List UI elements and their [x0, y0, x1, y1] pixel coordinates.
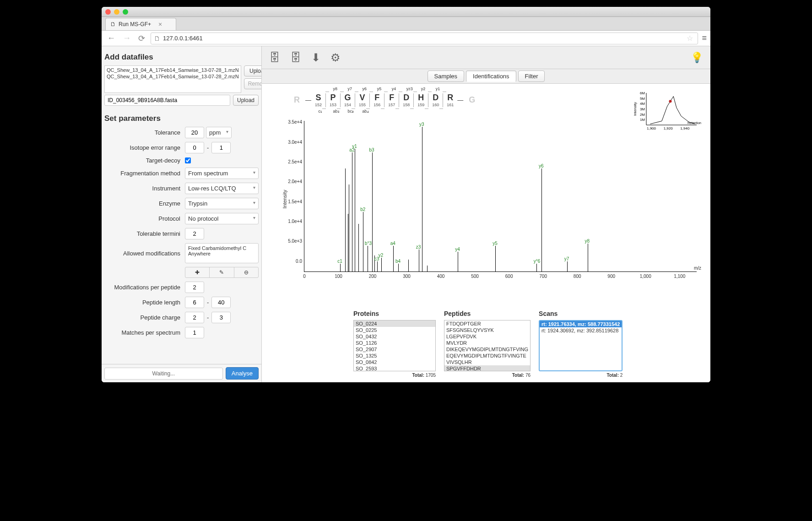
x-axis-label: m/z: [694, 266, 701, 271]
list-item[interactable]: SPGVFFDHDR: [444, 365, 530, 371]
fasta-input[interactable]: [104, 95, 230, 106]
add-datafiles-heading: Add datafiles: [104, 53, 259, 62]
peptide-length-max-input[interactable]: [211, 297, 231, 308]
peptide-length-min-input[interactable]: [185, 297, 204, 308]
browser-menu-icon[interactable]: ≡: [702, 33, 707, 43]
peak-label: y8: [585, 239, 590, 244]
page-icon: 🗋: [110, 21, 116, 27]
results-tabs: Samples Identifications Filter: [262, 69, 710, 84]
settings-icon[interactable]: ⚙: [330, 51, 341, 64]
isotope-label: Isotope error range: [104, 144, 185, 151]
page-icon: 🗋: [154, 35, 160, 42]
spectrum-peak: [427, 266, 428, 271]
fragmentation-select[interactable]: From spectrum: [185, 168, 259, 179]
upload-raw-button[interactable]: Upload: [244, 65, 261, 76]
list-item[interactable]: SO_0432: [354, 333, 435, 340]
maximize-window-icon[interactable]: [123, 9, 128, 15]
remove-mod-button[interactable]: ⊖: [234, 267, 258, 277]
residue: F156y5: [371, 93, 383, 107]
protocol-select[interactable]: No protocol: [185, 213, 259, 224]
file-item[interactable]: QC_Shew_13_04_A_17Feb14_Samwise_13-07-28…: [106, 73, 240, 80]
browser-tab[interactable]: 🗋 Run MS-GF+ ×: [105, 18, 176, 30]
list-item[interactable]: SO_0224: [354, 320, 435, 327]
peak-label: y°6: [534, 259, 541, 264]
list-item[interactable]: MVLYDR: [444, 340, 530, 346]
allowed-mods-label: Allowed modifications: [104, 250, 185, 257]
tab-samples[interactable]: Samples: [428, 71, 465, 82]
svg-text:1,920: 1,920: [664, 126, 673, 130]
svg-text:4M: 4M: [640, 102, 645, 106]
svg-text:3M: 3M: [640, 107, 645, 111]
y-tick: 2.5e+4: [280, 159, 302, 164]
tab-filter[interactable]: Filter: [518, 71, 545, 82]
x-tick: 800: [574, 274, 581, 279]
tolerance-unit-select[interactable]: ppm: [206, 127, 232, 138]
minimize-window-icon[interactable]: [114, 9, 119, 15]
set-parameters-heading: Set parameters: [104, 114, 259, 123]
back-button[interactable]: ←: [105, 33, 117, 43]
matches-input[interactable]: [185, 327, 204, 338]
download-icon[interactable]: ⬇: [311, 51, 320, 64]
scans-list[interactable]: rt: 1921.76334, mz: 588.77331542rt: 1924…: [539, 320, 623, 371]
list-item[interactable]: DIKEQEVYMGDIPLMTDNGTFVING: [444, 346, 530, 353]
tolerance-label: Tolerance: [104, 129, 185, 136]
add-mod-button[interactable]: ✚: [185, 267, 210, 277]
enzyme-select[interactable]: Trypsin: [185, 198, 259, 209]
isotope-min-input[interactable]: [185, 142, 204, 153]
close-tab-icon[interactable]: ×: [158, 21, 162, 28]
file-item[interactable]: QC_Shew_13_04_A_17Feb14_Samwise_13-07-28…: [106, 67, 240, 73]
bookmark-icon[interactable]: ☆: [687, 34, 693, 43]
list-item[interactable]: EQEVYMGDIPLMTDNGTFVINGTE: [444, 353, 530, 359]
reload-button[interactable]: ⟳: [136, 33, 147, 43]
spectrum-peak: b3: [372, 152, 373, 271]
list-item[interactable]: SO_0842: [354, 359, 435, 365]
analyse-button[interactable]: Analyse: [226, 367, 259, 380]
termini-input[interactable]: [185, 228, 204, 239]
spectrum-peak: y8: [588, 244, 588, 271]
peptide-charge-max-input[interactable]: [211, 312, 231, 323]
mods-per-peptide-input[interactable]: [185, 282, 204, 293]
peak-label: y4: [455, 247, 460, 252]
address-bar[interactable]: 🗋 127.0.0.1:6461 ☆: [151, 33, 698, 44]
tolerance-input[interactable]: [185, 127, 204, 138]
list-item[interactable]: rt: 1924.30692, mz: 392.85119628: [540, 327, 622, 334]
list-item[interactable]: rt: 1921.76334, mz: 588.77331542: [540, 321, 622, 327]
upload-fasta-button[interactable]: Upload: [233, 95, 259, 106]
spectrum-peak: y7: [567, 261, 568, 271]
peak-label: b2: [360, 207, 365, 212]
tab-identifications[interactable]: Identifications: [466, 71, 516, 82]
peptide-charge-min-input[interactable]: [185, 312, 204, 323]
svg-text:Retention time (sec): Retention time (sec): [687, 121, 701, 125]
instrument-select[interactable]: Low-res LCQ/LTQ: [185, 183, 259, 194]
list-item[interactable]: SO_2593: [354, 365, 435, 371]
list-item[interactable]: SO_0225: [354, 327, 435, 333]
list-item[interactable]: FTDQDPTGER: [444, 320, 530, 327]
list-item[interactable]: SO_1126: [354, 340, 435, 346]
remove-raw-button[interactable]: Remove: [244, 78, 261, 89]
proteins-heading: Proteins: [353, 310, 436, 317]
raw-files-list[interactable]: QC_Shew_13_04_A_17Feb14_Samwise_13-07-28…: [104, 65, 241, 93]
target-decoy-checkbox[interactable]: [185, 157, 191, 163]
allowed-mods-list[interactable]: Fixed Carbamidomethyl C Anywhere: [185, 243, 259, 263]
edit-mod-button[interactable]: ✎: [210, 267, 234, 277]
close-window-icon[interactable]: [105, 9, 111, 15]
proteins-list[interactable]: SO_0224SO_0225SO_0432SO_1126SO_2907SO_13…: [353, 320, 436, 371]
x-tick: 700: [539, 274, 547, 279]
browser-tabstrip: 🗋 Run MS-GF+ ×: [102, 17, 710, 31]
protocol-label: Protocol: [104, 215, 185, 222]
list-item[interactable]: VIVSQLHR: [444, 359, 530, 365]
list-item[interactable]: SO_1325: [354, 353, 435, 359]
list-item[interactable]: SO_2907: [354, 346, 435, 353]
database-remove-icon[interactable]: 🗄: [290, 51, 301, 64]
isotope-max-input[interactable]: [211, 142, 231, 153]
spectrum-peak: c1: [340, 264, 341, 271]
spectrum-peak: [358, 224, 359, 271]
y-tick: 2.0e+4: [280, 179, 302, 184]
list-item[interactable]: SFSGNSELQYVSYK: [444, 327, 530, 333]
peptides-list[interactable]: FTDQDPTGERSFSGNSELQYVSYKLGEPVFDVKMVLYDRD…: [444, 320, 531, 371]
svg-text:2M: 2M: [640, 113, 645, 117]
list-item[interactable]: LGEPVFDVK: [444, 333, 530, 340]
database-add-icon[interactable]: 🗄: [269, 51, 280, 64]
help-lightbulb-icon[interactable]: 💡: [691, 52, 703, 64]
y-tick: 1.0e+4: [280, 219, 302, 224]
